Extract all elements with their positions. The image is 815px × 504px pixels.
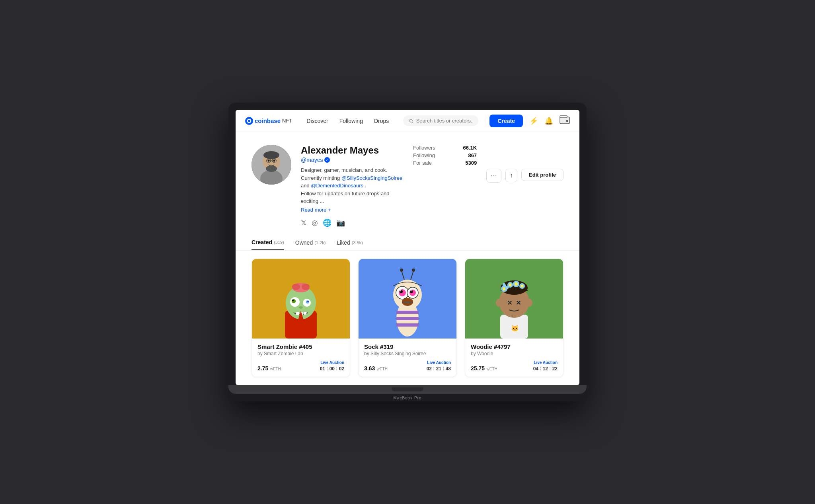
nft-auction-2: Live Auction 04 : 12 : 22 xyxy=(533,360,558,372)
svg-point-40 xyxy=(399,289,406,296)
profile-stats: Followers 66.1K Following 867 For sale 5… xyxy=(413,145,477,166)
profile-section: Alexander Mayes @mayes ✓ Designer, gamer… xyxy=(236,132,579,235)
followers-label: Followers xyxy=(413,145,435,151)
nft-price-1: 3.63 wETH xyxy=(364,365,388,372)
logo[interactable]: coinbase NFT xyxy=(245,117,292,125)
nft-info-0: Smart Zombie #405 by Smart Zombie Lab 2.… xyxy=(252,339,350,377)
sock-illustration xyxy=(368,259,447,339)
nft-grid: Smart Zombie #405 by Smart Zombie Lab 2.… xyxy=(236,251,579,385)
svg-rect-35 xyxy=(396,317,419,320)
website-icon[interactable]: 🌐 xyxy=(323,218,331,227)
nft-creator-1: by Silly Socks Singing Soiree xyxy=(364,351,451,356)
profile-bio: Designer, gamer, musician, and cook. Cur… xyxy=(301,166,404,205)
nft-auction-1: Live Auction 02 : 21 : 48 xyxy=(427,360,451,372)
nft-title-2: Woodie #4797 xyxy=(471,343,558,350)
edit-profile-button[interactable]: Edit profile xyxy=(521,169,563,181)
macbook-label: MacBook Pro xyxy=(236,394,579,401)
svg-text:✕: ✕ xyxy=(507,300,512,306)
nft-price-0: 2.75 wETH xyxy=(257,365,281,372)
svg-point-19 xyxy=(292,284,300,290)
tab-created[interactable]: Created (319) xyxy=(252,235,284,250)
svg-point-20 xyxy=(302,284,310,290)
svg-point-69 xyxy=(496,299,502,307)
nft-creator-2: by Woodie xyxy=(471,351,558,356)
tab-liked[interactable]: Liked (3.5k) xyxy=(337,235,363,250)
nft-info-1: Sock #319 by Silly Socks Singing Soiree … xyxy=(359,339,456,377)
nft-footer-2: 25.75 wETH Live Auction 04 : 12 : 22 xyxy=(471,360,558,372)
lightning-icon[interactable]: ⚡ xyxy=(529,117,538,125)
product-text: NFT xyxy=(282,118,292,124)
nft-auction-0: Live Auction 01 : 00 : 02 xyxy=(320,360,344,372)
instagram-icon[interactable]: ◎ xyxy=(312,218,318,227)
svg-text:✕: ✕ xyxy=(516,300,521,306)
svg-point-27 xyxy=(299,306,303,309)
nft-title-0: Smart Zombie #405 xyxy=(257,343,344,350)
verified-badge: ✓ xyxy=(324,157,330,163)
svg-point-45 xyxy=(411,290,412,291)
stat-followers: Followers 66.1K xyxy=(413,145,477,151)
profile-handle[interactable]: @mayes ✓ xyxy=(301,157,404,163)
bio-link-2[interactable]: @DementedDinosaurs xyxy=(311,183,363,189)
following-label: Following xyxy=(413,152,435,158)
nft-title-1: Sock #319 xyxy=(364,343,451,350)
svg-rect-34 xyxy=(396,311,419,314)
laptop-notch xyxy=(392,387,423,391)
nav-drops[interactable]: Drops xyxy=(374,118,389,124)
search-input[interactable] xyxy=(416,118,473,124)
create-button[interactable]: Create xyxy=(489,115,523,127)
wallet-icon[interactable] xyxy=(560,115,570,126)
brand-text: coinbase xyxy=(255,117,281,124)
svg-rect-36 xyxy=(396,323,419,327)
svg-point-44 xyxy=(400,290,402,291)
forsale-label: For sale xyxy=(413,160,432,166)
nft-image-1 xyxy=(359,259,456,339)
nft-info-2: Woodie #4797 by Woodie 25.75 wETH Live A… xyxy=(465,339,563,377)
search-bar[interactable] xyxy=(403,115,478,126)
svg-text:6: 6 xyxy=(511,314,513,317)
profile-name: Alexander Mayes xyxy=(301,145,404,156)
profile-actions: ⋯ ↑ Edit profile xyxy=(486,145,563,183)
screen: coinbase NFT Discover Following Drops Cr… xyxy=(236,110,579,385)
svg-point-10 xyxy=(268,160,270,162)
profile-info: Alexander Mayes @mayes ✓ Designer, gamer… xyxy=(301,145,404,227)
nft-image-2: 🐱 xyxy=(465,259,563,339)
stat-following: Following 867 xyxy=(413,152,477,158)
profile-tabs: Created (319) Owned (1.2k) Liked (3.5k) xyxy=(236,235,579,251)
svg-text:🐱: 🐱 xyxy=(511,325,519,332)
bell-icon[interactable]: 🔔 xyxy=(544,117,553,125)
nft-footer-0: 2.75 wETH Live Auction 01 : 00 : 02 xyxy=(257,360,344,372)
laptop-base xyxy=(228,385,587,394)
share-button[interactable]: ↑ xyxy=(505,169,517,182)
svg-point-41 xyxy=(409,290,416,296)
svg-point-62 xyxy=(515,282,518,286)
nft-card-2[interactable]: 🐱 xyxy=(465,259,563,377)
svg-point-8 xyxy=(263,151,279,159)
svg-point-26 xyxy=(308,301,309,302)
svg-point-47 xyxy=(400,269,403,272)
camera-icon[interactable]: 📷 xyxy=(336,218,345,227)
stat-forsale: For sale 5309 xyxy=(413,160,477,166)
nft-card-0[interactable]: Smart Zombie #405 by Smart Zombie Lab 2.… xyxy=(252,259,350,377)
tab-owned[interactable]: Owned (1.2k) xyxy=(295,235,326,250)
svg-point-4 xyxy=(566,120,568,122)
twitter-icon[interactable]: 𝕏 xyxy=(301,218,307,227)
bio-link-1[interactable]: @SillySocksSingingSoiree xyxy=(341,175,402,181)
nft-card-1[interactable]: Sock #319 by Silly Socks Singing Soiree … xyxy=(358,259,457,377)
forsale-value: 5309 xyxy=(465,160,477,166)
svg-point-11 xyxy=(273,160,275,162)
followers-value: 66.1K xyxy=(463,145,477,151)
woodie-illustration: 🐱 xyxy=(474,259,554,339)
more-options-button[interactable]: ⋯ xyxy=(486,169,501,183)
svg-point-64 xyxy=(521,284,524,287)
nft-footer-1: 3.63 wETH Live Auction 02 : 21 : 48 xyxy=(364,360,451,372)
nav-following[interactable]: Following xyxy=(339,118,363,124)
read-more-button[interactable]: Read more + xyxy=(301,207,404,213)
coinbase-logo-icon xyxy=(245,117,253,125)
svg-point-23 xyxy=(292,299,296,303)
nav-discover[interactable]: Discover xyxy=(306,118,328,124)
profile-avatar xyxy=(252,145,291,185)
svg-rect-28 xyxy=(296,312,299,315)
svg-point-70 xyxy=(526,299,532,307)
nft-image-0 xyxy=(252,259,350,339)
svg-rect-30 xyxy=(304,312,306,315)
